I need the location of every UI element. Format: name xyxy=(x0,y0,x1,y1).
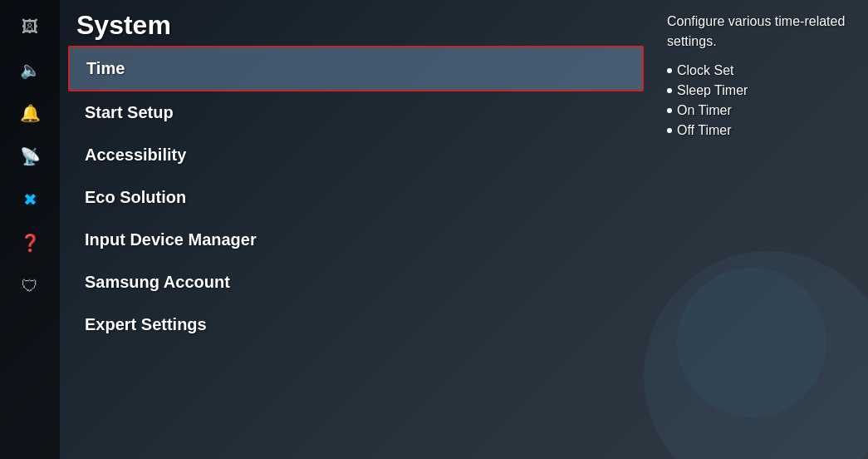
menu-item-samsung-account[interactable]: Samsung Account xyxy=(68,261,644,304)
ui-layer: 🖼🔈🔔📡✖❓🛡 System TimeStart SetupAccessibil… xyxy=(0,0,868,459)
info-bullet-list: Clock SetSleep TimerOn TimerOff Timer xyxy=(667,63,853,138)
bell-icon[interactable]: 🔔 xyxy=(12,95,48,131)
bullet-text: Clock Set xyxy=(677,63,733,78)
bullet-dot-icon xyxy=(667,88,672,93)
bullet-dot-icon xyxy=(667,128,672,133)
bullet-text: Off Timer xyxy=(677,123,732,138)
menu-list: TimeStart SetupAccessibilityEco Solution… xyxy=(60,46,652,346)
picture-icon[interactable]: 🖼 xyxy=(12,8,48,45)
menu-item-input-device-manager[interactable]: Input Device Manager xyxy=(68,219,644,261)
shield-icon[interactable]: 🛡 xyxy=(12,268,48,304)
bullet-dot-icon xyxy=(667,68,672,73)
info-bullet-item: Off Timer xyxy=(667,123,853,138)
info-panel: Configure various time-related settings.… xyxy=(652,0,868,459)
menu-item-expert-settings[interactable]: Expert Settings xyxy=(68,304,644,346)
main-content: System TimeStart SetupAccessibilityEco S… xyxy=(60,0,652,459)
info-bullet-item: Sleep Timer xyxy=(667,83,853,98)
bullet-text: Sleep Timer xyxy=(677,83,748,98)
antenna-icon[interactable]: 📡 xyxy=(12,138,48,175)
bullet-dot-icon xyxy=(667,108,672,113)
menu-item-eco-solution[interactable]: Eco Solution xyxy=(68,176,644,219)
page-title-bar: System xyxy=(60,0,652,46)
info-bullet-item: On Timer xyxy=(667,103,853,118)
menu-item-start-setup[interactable]: Start Setup xyxy=(68,91,644,134)
page-title: System xyxy=(76,10,635,41)
info-description: Configure various time-related settings. xyxy=(667,12,853,52)
bullet-text: On Timer xyxy=(677,103,732,118)
menu-item-time[interactable]: Time xyxy=(68,46,644,91)
support-icon[interactable]: ❓ xyxy=(12,225,48,261)
info-bullet-item: Clock Set xyxy=(667,63,853,78)
tools-icon[interactable]: ✖ xyxy=(12,181,48,218)
sound-icon[interactable]: 🔈 xyxy=(12,52,48,88)
menu-item-accessibility[interactable]: Accessibility xyxy=(68,134,644,176)
sidebar: 🖼🔈🔔📡✖❓🛡 xyxy=(0,0,60,459)
